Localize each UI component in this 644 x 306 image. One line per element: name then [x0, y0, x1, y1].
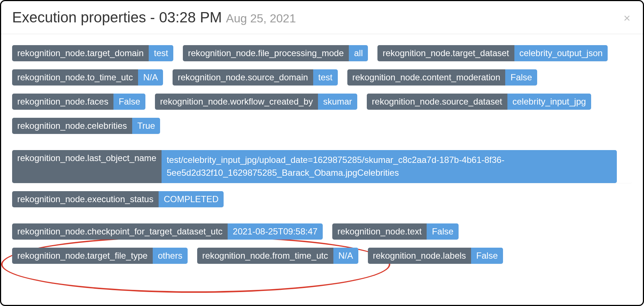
property-value: True	[132, 118, 160, 134]
property-key: rekognition_node.target_dataset	[377, 45, 514, 61]
property-key: rekognition_node.target_file_type	[12, 248, 153, 264]
property-key: rekognition_node.checkpoint_for_target_d…	[12, 223, 228, 240]
property-value: celebrity_output_json	[514, 45, 608, 61]
property-badge: rekognition_node.celebritiesTrue	[12, 118, 160, 134]
property-badge: rekognition_node.facesFalse	[12, 94, 145, 110]
property-key: rekognition_node.celebrities	[12, 118, 132, 134]
property-value: N/A	[138, 69, 163, 85]
property-key: rekognition_node.workflow_created_by	[155, 94, 318, 110]
property-badge: rekognition_node.target_file_typeothers	[12, 248, 188, 264]
property-badge: rekognition_node.target_datasetcelebrity…	[377, 45, 608, 61]
property-badge: rekognition_node.target_domaintest	[12, 45, 173, 61]
property-value: test/celebrity_input_jpg/upload_date=162…	[162, 150, 617, 183]
property-badge: rekognition_node.workflow_created_byskum…	[155, 94, 357, 110]
property-value: False	[471, 248, 503, 264]
property-badge: rekognition_node.last_object_nametest/ce…	[12, 150, 632, 183]
property-badge: rekognition_node.to_time_utcN/A	[12, 69, 163, 85]
property-key: rekognition_node.target_domain	[12, 45, 149, 61]
property-value: 2021-08-25T09:58:47	[228, 223, 323, 240]
property-key: rekognition_node.execution_status	[12, 191, 159, 207]
property-value: test	[313, 69, 338, 85]
title-prefix: Execution properties -	[12, 9, 159, 25]
property-badge: rekognition_node.content_moderationFalse	[347, 69, 538, 85]
property-badge: rekognition_node.file_processing_modeall	[183, 45, 368, 61]
property-badge: rekognition_node.textFalse	[332, 223, 459, 240]
property-value: others	[153, 248, 188, 264]
property-value: False	[427, 223, 459, 240]
modal: Execution properties - 03:28 PM Aug 25, …	[0, 0, 644, 306]
title-time: 03:28 PM	[159, 9, 222, 25]
property-key: rekognition_node.last_object_name	[12, 150, 162, 183]
property-value: celebrity_input_jpg	[507, 94, 591, 110]
property-value: COMPLETED	[159, 191, 224, 207]
property-key: rekognition_node.labels	[368, 248, 471, 264]
property-badge: rekognition_node.labelsFalse	[368, 248, 503, 264]
property-badge: rekognition_node.from_time_utcN/A	[197, 248, 358, 264]
property-badge: rekognition_node.execution_statusCOMPLET…	[12, 191, 224, 207]
property-badge: rekognition_node.source_domaintest	[173, 69, 338, 85]
property-key: rekognition_node.to_time_utc	[12, 69, 138, 85]
modal-header: Execution properties - 03:28 PM Aug 25, …	[1, 1, 643, 34]
property-value: False	[505, 69, 537, 85]
modal-title: Execution properties - 03:28 PM Aug 25, …	[12, 9, 296, 26]
title-date: Aug 25, 2021	[226, 12, 296, 25]
property-value: N/A	[333, 248, 358, 264]
property-value: skumar	[318, 94, 357, 110]
property-value: test	[149, 45, 173, 61]
property-key: rekognition_node.source_dataset	[367, 94, 507, 110]
property-value: all	[349, 45, 368, 61]
property-key: rekognition_node.source_domain	[173, 69, 313, 85]
property-key: rekognition_node.faces	[12, 94, 113, 110]
property-key: rekognition_node.text	[332, 223, 427, 240]
property-key: rekognition_node.from_time_utc	[197, 248, 333, 264]
property-key: rekognition_node.file_processing_mode	[183, 45, 349, 61]
close-icon[interactable]: ×	[621, 12, 633, 24]
property-key: rekognition_node.content_moderation	[347, 69, 506, 85]
modal-body: rekognition_node.target_domaintestrekogn…	[1, 34, 643, 275]
property-badge: rekognition_node.source_datasetcelebrity…	[367, 94, 591, 110]
property-badge: rekognition_node.checkpoint_for_target_d…	[12, 223, 323, 240]
property-value: False	[113, 94, 145, 110]
